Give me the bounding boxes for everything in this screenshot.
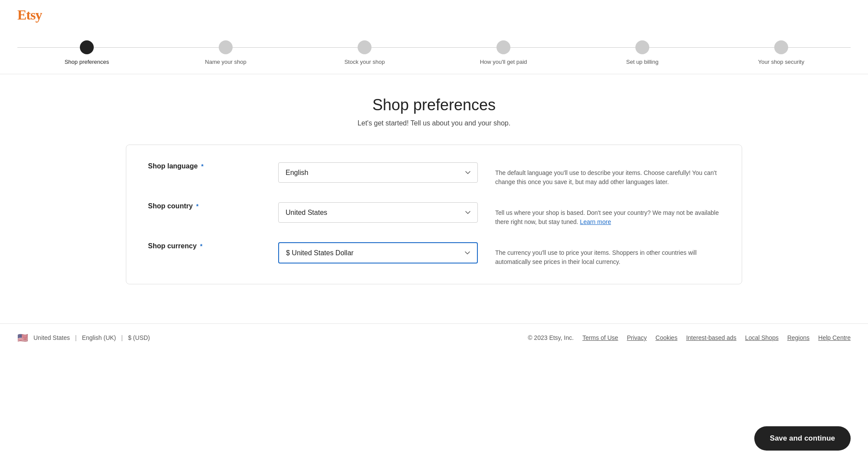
footer-country: United States — [33, 334, 70, 341]
input-wrap-shop-language: English — [278, 162, 478, 183]
step-label-stock-your-shop: Stock your shop — [344, 59, 385, 65]
footer-right: © 2023 Etsy, Inc. Terms of UsePrivacyCoo… — [528, 334, 851, 341]
progress-steps: Shop preferencesName your shopStock your… — [17, 40, 851, 65]
save-continue-button[interactable]: Save and continue — [754, 426, 851, 451]
footer-link-help-centre[interactable]: Help Centre — [818, 334, 851, 341]
step-label-shop-preferences: Shop preferences — [65, 59, 109, 65]
footer-link-cookies[interactable]: Cookies — [655, 334, 677, 341]
footer-link-privacy[interactable]: Privacy — [627, 334, 647, 341]
footer-link-regions[interactable]: Regions — [787, 334, 809, 341]
footer-link-local-shops[interactable]: Local Shops — [745, 334, 779, 341]
form-label-wrap-shop-currency: Shop currency * — [148, 242, 261, 250]
step-dot-how-youll-get-paid — [496, 40, 510, 54]
footer-currency: $ (USD) — [128, 334, 150, 341]
progress-bar: Shop preferencesName your shopStock your… — [0, 30, 868, 74]
form-label-wrap-shop-country: Shop country * — [148, 202, 261, 210]
form-row-shop-country: Shop country *United StatesTell us where… — [148, 202, 720, 227]
required-star-shop-country: * — [194, 203, 198, 210]
page-subtitle: Let's get started! Tell us about you and… — [126, 119, 742, 127]
step-dot-set-up-billing — [635, 40, 649, 54]
help-link-shop-country[interactable]: Learn more — [580, 218, 611, 225]
step-label-name-your-shop: Name your shop — [205, 59, 246, 65]
footer: 🇺🇸 United States | English (UK) | $ (USD… — [0, 323, 868, 352]
input-wrap-shop-currency: $ United States Dollar — [278, 242, 478, 263]
footer-link-interest-based-ads[interactable]: Interest-based ads — [686, 334, 736, 341]
step-dot-your-shop-security — [774, 40, 788, 54]
step-label-set-up-billing: Set up billing — [626, 59, 658, 65]
footer-sep-2: | — [121, 334, 123, 341]
form-row-shop-currency: Shop currency *$ United States DollarThe… — [148, 242, 720, 267]
input-wrap-shop-country: United States — [278, 202, 478, 223]
required-star-shop-language: * — [200, 163, 204, 170]
step-label-your-shop-security: Your shop security — [758, 59, 804, 65]
step-your-shop-security: Your shop security — [712, 40, 851, 65]
footer-language: English (UK) — [82, 334, 116, 341]
select-shop-language[interactable]: English — [278, 162, 478, 183]
form-label-wrap-shop-language: Shop language * — [148, 162, 261, 170]
help-text-shop-currency: The currency you'll use to price your it… — [495, 242, 720, 267]
form-label-shop-language: Shop language * — [148, 162, 204, 170]
step-shop-preferences: Shop preferences — [17, 40, 156, 65]
header: Etsy — [0, 0, 868, 30]
form-card: Shop language *EnglishThe default langua… — [126, 145, 742, 284]
required-star-shop-currency: * — [198, 243, 202, 250]
footer-left: 🇺🇸 United States | English (UK) | $ (USD… — [17, 333, 150, 343]
help-text-shop-language: The default language you'll use to descr… — [495, 162, 720, 187]
step-dot-shop-preferences — [80, 40, 94, 54]
step-name-your-shop: Name your shop — [156, 40, 295, 65]
step-stock-your-shop: Stock your shop — [295, 40, 434, 65]
save-button-container: Save and continue — [754, 426, 851, 451]
page-title: Shop preferences — [126, 96, 742, 114]
form-label-shop-currency: Shop currency * — [148, 242, 202, 250]
footer-copyright: © 2023 Etsy, Inc. — [528, 334, 574, 341]
select-shop-currency[interactable]: $ United States Dollar — [278, 242, 478, 263]
form-label-shop-country: Shop country * — [148, 202, 198, 210]
step-how-youll-get-paid: How you'll get paid — [434, 40, 573, 65]
footer-sep-1: | — [75, 334, 77, 341]
step-set-up-billing: Set up billing — [573, 40, 712, 65]
step-dot-stock-your-shop — [358, 40, 372, 54]
footer-flag: 🇺🇸 — [17, 333, 28, 343]
step-dot-name-your-shop — [219, 40, 233, 54]
help-text-shop-country: Tell us where your shop is based. Don't … — [495, 202, 720, 227]
select-shop-country[interactable]: United States — [278, 202, 478, 223]
etsy-logo: Etsy — [17, 7, 42, 23]
main-content: Shop preferences Let's get started! Tell… — [108, 74, 760, 323]
footer-link-terms-of-use[interactable]: Terms of Use — [582, 334, 618, 341]
step-label-how-youll-get-paid: How you'll get paid — [480, 59, 527, 65]
form-row-shop-language: Shop language *EnglishThe default langua… — [148, 162, 720, 187]
